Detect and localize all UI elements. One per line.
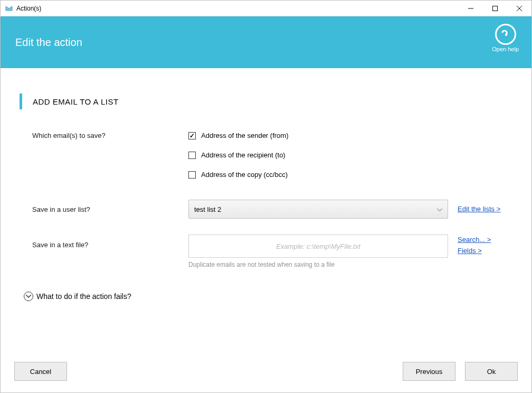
sender-checkbox[interactable]: Address of the sender (from) xyxy=(188,132,448,139)
checkbox-icon xyxy=(188,171,196,179)
previous-button[interactable]: Previous xyxy=(403,362,455,381)
accent-bar xyxy=(20,93,22,109)
chevron-down-icon xyxy=(437,205,442,213)
text-file-hint: Duplicate emails are not tested when sav… xyxy=(188,261,448,268)
search-link[interactable]: Search... > xyxy=(458,235,491,246)
edit-lists-link[interactable]: Edit the lists > xyxy=(458,204,500,215)
cancel-button[interactable]: Cancel xyxy=(14,362,67,381)
chevron-down-icon xyxy=(24,292,33,301)
page-header: Edit the action Open help xyxy=(1,16,531,68)
close-button[interactable] xyxy=(507,1,531,16)
which-emails-label: Which email(s) to save? xyxy=(32,132,188,139)
window-title: Action(s) xyxy=(16,5,41,12)
open-help-button[interactable]: Open help xyxy=(492,24,519,52)
minimize-button[interactable] xyxy=(459,1,483,16)
svg-rect-1 xyxy=(493,6,498,11)
user-list-select[interactable]: test list 2 xyxy=(188,200,448,219)
help-icon xyxy=(495,24,516,45)
copy-checkbox-label: Address of the copy (cc/bcc) xyxy=(201,171,288,179)
sender-checkbox-label: Address of the sender (from) xyxy=(201,132,288,139)
dialog-footer: Cancel Previous Ok xyxy=(1,362,531,392)
page-title: Edit the action xyxy=(15,36,82,49)
failure-expander[interactable]: What to do if the action fails? xyxy=(24,292,512,301)
ok-button[interactable]: Ok xyxy=(465,362,518,381)
checkbox-icon xyxy=(188,152,196,159)
maximize-button[interactable] xyxy=(483,1,507,16)
help-label: Open help xyxy=(492,46,519,52)
text-file-label: Save in a text file? xyxy=(32,235,188,249)
app-icon xyxy=(5,4,13,13)
content-area: ADD EMAIL TO A LIST Which email(s) to sa… xyxy=(1,68,531,362)
titlebar: Action(s) xyxy=(1,1,531,16)
section-header: ADD EMAIL TO A LIST xyxy=(20,93,512,109)
user-list-value: test list 2 xyxy=(194,205,221,213)
recipient-checkbox-label: Address of the recipient (to) xyxy=(201,151,286,159)
copy-checkbox[interactable]: Address of the copy (cc/bcc) xyxy=(188,171,448,179)
text-file-input[interactable] xyxy=(188,235,448,258)
failure-expander-label: What to do if the action fails? xyxy=(36,292,131,301)
user-list-label: Save in a user list? xyxy=(32,205,188,213)
checkbox-icon xyxy=(188,132,196,139)
recipient-checkbox[interactable]: Address of the recipient (to) xyxy=(188,151,448,159)
fields-link[interactable]: Fields > xyxy=(458,246,491,257)
section-title: ADD EMAIL TO A LIST xyxy=(33,97,119,106)
